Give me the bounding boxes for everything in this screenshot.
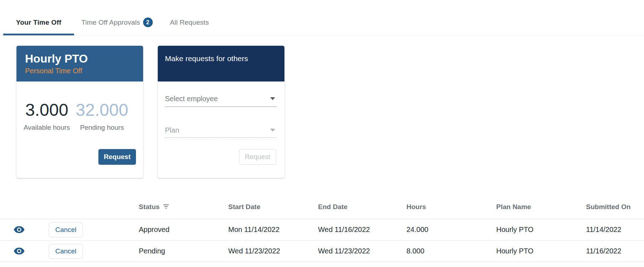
column-header-submitted-on: Submitted On [586,203,644,211]
requests-table: Status Start Date End Date Hours Plan Na… [0,195,644,262]
table-header-row: Status Start Date End Date Hours Plan Na… [0,195,644,219]
plan-title: Hourly PTO [25,51,143,66]
table-row: Cancel Approved Mon 11/14/2022 Wed 11/16… [0,219,644,241]
plan-placeholder: Plan [165,125,179,135]
request-for-others-header: Make requests for others [158,46,284,81]
hourly-pto-card: Hourly PTO Personal Time Off 3.000 Avail… [16,46,143,178]
column-header-end-date: End Date [318,203,406,211]
plan-name-cell: Hourly PTO [496,247,586,255]
hourly-pto-card-header: Hourly PTO Personal Time Off [16,46,143,81]
view-request-button[interactable] [14,226,25,233]
tab-label: All Requests [170,19,209,26]
available-hours-value: 3.000 [24,102,70,119]
column-header-status[interactable]: Status [139,203,228,211]
sort-icon [163,204,169,209]
tab-label: Time Off Approvals [81,19,140,26]
pending-hours-value: 32.000 [76,102,128,119]
column-header-label: Status [139,203,160,211]
column-header-start-date: Start Date [228,203,318,211]
time-off-page: Your Time Off Time Off Approvals 2 All R… [0,0,644,267]
cancel-cell: Cancel [39,222,139,237]
submitted-on-cell: 11/16/2022 [586,247,644,255]
available-hours-label: Available hours [24,124,70,132]
eye-icon [14,247,25,255]
available-hours-stat: 3.000 Available hours [24,102,70,132]
select-employee-placeholder: Select employee [165,94,218,104]
column-header-plan-name: Plan Name [496,203,586,211]
tab-all-requests[interactable]: All Requests [160,9,219,35]
card-title: Make requests for others [165,54,284,64]
end-date-cell: Wed 11/23/2022 [318,247,406,255]
table-row: Cancel Pending Wed 11/23/2022 Wed 11/23/… [0,241,644,262]
plan-subtitle: Personal Time Off [25,66,143,75]
view-request-button[interactable] [14,247,25,255]
tab-time-off-approvals[interactable]: Time Off Approvals 2 [74,9,160,35]
start-date-cell: Wed 11/23/2022 [228,247,318,255]
pending-hours-label: Pending hours [76,124,128,132]
hourly-pto-card-body: 3.000 Available hours 32.000 Pending hou… [16,81,143,178]
cancel-cell: Cancel [39,244,139,259]
chevron-down-icon [270,97,275,100]
request-for-others-card: Make requests for others Select employee… [158,46,284,178]
plan-dropdown[interactable]: Plan [165,125,277,138]
status-cell: Pending [139,247,228,255]
request-for-others-body: Select employee Plan Request [158,81,284,178]
plan-name-cell: Hourly PTO [496,226,586,234]
active-tab-indicator [3,34,74,35]
status-cell: Approved [139,226,228,234]
request-for-others-button-disabled[interactable]: Request [239,149,276,165]
select-employee-dropdown[interactable]: Select employee [165,94,277,107]
request-button[interactable]: Request [98,149,136,165]
hours-stats: 3.000 Available hours 32.000 Pending hou… [24,102,128,132]
cancel-request-button[interactable]: Cancel [49,222,83,237]
tab-label: Your Time Off [16,19,61,26]
approvals-count-badge: 2 [143,18,153,27]
chevron-down-icon [270,129,275,132]
hours-cell: 8.000 [406,247,496,255]
pending-hours-stat: 32.000 Pending hours [76,102,128,132]
actions-cell [0,226,39,233]
eye-icon [14,226,25,233]
start-date-cell: Mon 11/14/2022 [228,226,318,234]
submitted-on-cell: 11/14/2022 [586,226,644,234]
actions-cell [0,247,39,255]
hours-cell: 24.000 [406,226,496,234]
tab-bar: Your Time Off Time Off Approvals 2 All R… [0,0,644,35]
end-date-cell: Wed 11/16/2022 [318,226,406,234]
cancel-request-button[interactable]: Cancel [49,244,83,259]
tab-your-time-off[interactable]: Your Time Off [3,9,74,35]
column-header-hours: Hours [406,203,496,211]
